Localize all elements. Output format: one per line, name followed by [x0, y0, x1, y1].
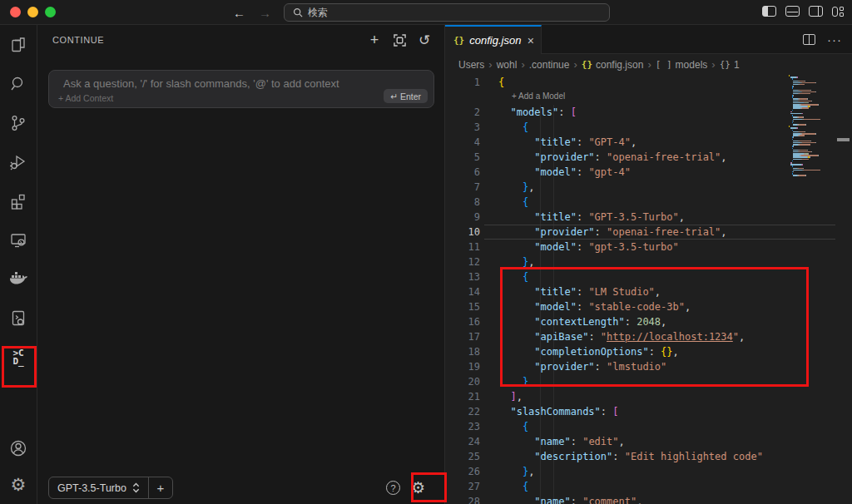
breadcrumb-label: Users [458, 59, 484, 71]
add-model-button[interactable]: + [148, 477, 172, 498]
toggle-secondary-sidebar-icon[interactable] [809, 6, 823, 17]
symbol-icon: {} [720, 59, 731, 70]
line-number: 19 [445, 359, 480, 374]
breadcrumb[interactable]: Users›wohl›.continue›{}config.json›[ ]mo… [445, 54, 852, 75]
overview-ruler-cursor [837, 138, 850, 141]
line-number: 22 [445, 404, 480, 419]
line-number: 11 [445, 240, 480, 254]
activity-bar: >C D_ ⚙ [0, 25, 37, 504]
json-braces-icon: {} [582, 59, 592, 70]
json-file-icon: {} [453, 35, 464, 46]
source-control-icon[interactable] [0, 103, 37, 142]
breadcrumb-item[interactable]: .continue [529, 59, 570, 71]
continue-icon[interactable]: >C D_ [0, 338, 37, 377]
accounts-icon[interactable] [0, 431, 37, 466]
breadcrumb-label: config.json [596, 59, 643, 71]
minimap[interactable] [789, 75, 835, 504]
breadcrumb-separator: › [573, 58, 577, 71]
line-number: 20 [445, 374, 480, 389]
line-number: 14 [445, 284, 480, 299]
line-number: 4 [445, 135, 480, 150]
line-number: 10 [445, 225, 480, 240]
chat-input-placeholder: Ask a question, '/' for slash commands, … [63, 77, 339, 90]
model-select-group: GPT-3.5-Turbo + [48, 477, 173, 499]
line-number: 8 [445, 195, 480, 210]
line-number: 17 [445, 329, 480, 344]
tab-label: config.json [469, 34, 521, 47]
breadcrumb-separator: › [521, 58, 524, 71]
command-center-search[interactable]: 検索 [284, 3, 610, 22]
line-number: 28 [445, 494, 480, 504]
breadcrumb-label: 1 [734, 59, 740, 71]
fullscreen-button[interactable] [391, 32, 408, 48]
minimap-line [789, 175, 835, 176]
editor-group: {} config.json × ··· Users›wohl›.continu… [445, 25, 852, 504]
chevron-updown-icon [132, 482, 140, 493]
continue-panel: CONTINUE + ↺ Ask a question, '/' for sla… [37, 25, 445, 504]
remote-explorer-icon[interactable] [0, 220, 37, 259]
line-number: 7 [445, 180, 480, 195]
extensions-icon[interactable] [0, 181, 37, 220]
help-button[interactable]: ? [386, 481, 400, 495]
window-controls [10, 7, 56, 17]
more-actions-icon[interactable]: ··· [827, 32, 842, 47]
search-icon [293, 7, 303, 17]
line-number: 13 [445, 269, 480, 284]
run-debug-icon[interactable] [0, 142, 37, 181]
model-select-value: GPT-3.5-Turbo [57, 482, 126, 494]
line-number: 24 [445, 434, 480, 449]
symbol-icon: [ ] [656, 59, 672, 70]
explorer-icon[interactable] [0, 25, 37, 64]
search-icon[interactable] [0, 64, 37, 103]
window-zoom-button[interactable] [45, 7, 56, 17]
line-number: 27 [445, 479, 480, 494]
window-close-button[interactable] [10, 7, 21, 17]
enter-badge[interactable]: ↵ Enter [384, 89, 428, 103]
line-number: 18 [445, 344, 480, 359]
breadcrumb-item[interactable]: Users [458, 59, 484, 71]
breadcrumb-label: .continue [529, 59, 570, 71]
tab-close-icon[interactable]: × [528, 34, 534, 47]
continue-settings-gear-icon[interactable]: ⚙ [411, 478, 425, 497]
tab-bar: {} config.json × ··· [445, 25, 852, 54]
title-bar: ← → 検索 [0, 0, 852, 25]
runner-file-icon[interactable] [0, 299, 37, 338]
line-number: 21 [445, 389, 480, 404]
manage-gear-icon[interactable]: ⚙ [0, 466, 37, 504]
breadcrumb-separator: › [647, 58, 651, 71]
line-number: 1 [445, 75, 480, 90]
line-number: 2 [445, 105, 480, 120]
breadcrumb-label: wohl [497, 59, 518, 71]
toggle-primary-sidebar-icon[interactable] [762, 6, 776, 17]
line-number: 26 [445, 464, 480, 479]
line-number: 12 [445, 254, 480, 269]
breadcrumb-item[interactable]: [ ]models [656, 59, 708, 71]
customize-layout-icon[interactable] [832, 7, 844, 17]
chat-input[interactable]: Ask a question, '/' for slash commands, … [48, 70, 434, 108]
line-number: 15 [445, 299, 480, 314]
breadcrumb-label: models [676, 59, 708, 71]
breadcrumb-separator: › [711, 58, 715, 71]
window-minimize-button[interactable] [27, 7, 38, 17]
panel-title: CONTINUE [52, 35, 104, 45]
breadcrumb-item[interactable]: wohl [497, 59, 518, 71]
breadcrumb-item[interactable]: {}1 [720, 59, 740, 71]
model-select[interactable]: GPT-3.5-Turbo [49, 477, 148, 498]
split-editor-icon[interactable] [803, 34, 815, 45]
breadcrumb-item[interactable]: {}config.json [582, 59, 644, 71]
line-number: 6 [445, 165, 480, 180]
line-number: 16 [445, 314, 480, 329]
new-session-button[interactable]: + [366, 32, 383, 48]
add-context-button[interactable]: + Add Context [58, 93, 113, 103]
nav-back-icon[interactable]: ← [233, 6, 245, 20]
line-number: 23 [445, 419, 480, 434]
nav-forward-icon[interactable]: → [259, 6, 271, 20]
history-button[interactable]: ↺ [416, 32, 433, 48]
line-number: 25 [445, 449, 480, 464]
docker-icon[interactable] [0, 259, 37, 299]
line-number: 9 [445, 210, 480, 225]
tab-config-json[interactable]: {} config.json × [445, 25, 542, 54]
line-number: 5 [445, 150, 480, 165]
line-number: 3 [445, 120, 480, 135]
toggle-panel-icon[interactable] [785, 6, 800, 17]
